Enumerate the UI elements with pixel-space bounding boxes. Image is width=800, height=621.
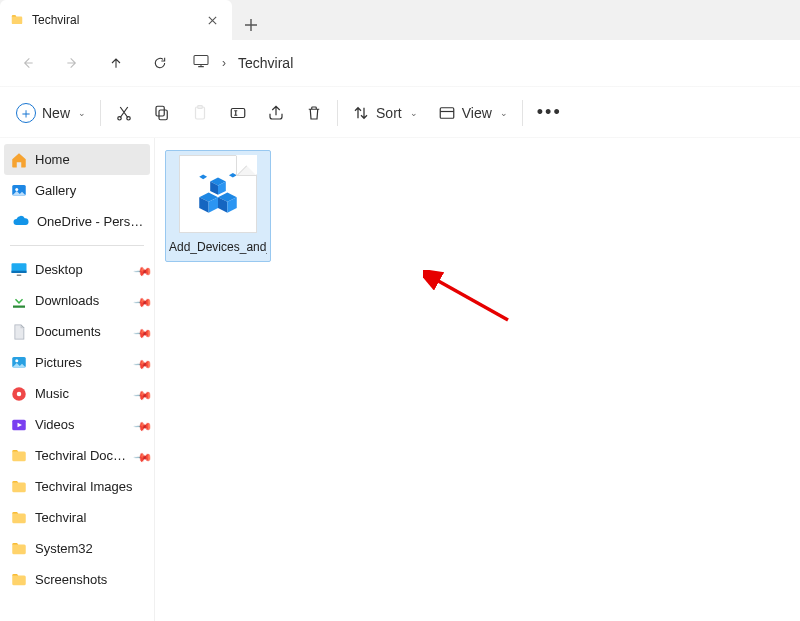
chevron-down-icon: ⌄ <box>410 108 418 118</box>
music-icon <box>10 385 28 403</box>
copy-button[interactable] <box>143 95 181 131</box>
sidebar-item-label: Screenshots <box>35 572 148 587</box>
sort-button[interactable]: Sort ⌄ <box>342 95 428 131</box>
sidebar-item-techviral-images[interactable]: Techviral Images <box>0 471 154 502</box>
svg-point-10 <box>15 188 18 191</box>
breadcrumb-location[interactable]: Techviral <box>238 55 293 71</box>
svg-rect-0 <box>194 55 208 64</box>
sidebar-item-label: Home <box>35 152 144 167</box>
divider <box>10 245 144 246</box>
documents-icon <box>10 323 28 341</box>
svg-rect-4 <box>156 106 164 116</box>
file-item[interactable]: Add_Devices_and_Printers_to_top_of_navig… <box>165 150 271 262</box>
desktop-icon <box>10 261 28 279</box>
sidebar-item-screenshots[interactable]: Screenshots <box>0 564 154 595</box>
svg-line-30 <box>433 278 508 320</box>
pin-icon: 📌 <box>133 446 151 464</box>
sidebar-item-videos[interactable]: Videos📌 <box>0 409 154 440</box>
sidebar-item-label: System32 <box>35 541 148 556</box>
svg-rect-12 <box>12 270 27 272</box>
plus-circle-icon: ＋ <box>16 103 36 123</box>
new-button[interactable]: ＋ New ⌄ <box>6 95 96 131</box>
navigation-pane: HomeGalleryOneDrive - Persona Desktop📌Do… <box>0 138 155 621</box>
address-bar[interactable]: › Techviral <box>182 54 293 71</box>
rename-button[interactable] <box>219 95 257 131</box>
sidebar-item-gallery[interactable]: Gallery <box>0 175 154 206</box>
pin-icon: 📌 <box>133 291 151 309</box>
sidebar-item-onedrive-persona[interactable]: OneDrive - Persona <box>0 206 154 237</box>
pin-icon: 📌 <box>133 260 151 278</box>
pin-icon: 📌 <box>133 322 151 340</box>
svg-rect-7 <box>231 108 245 117</box>
tab-title: Techviral <box>32 13 194 27</box>
chevron-down-icon: ⌄ <box>78 108 86 118</box>
sidebar-item-label: Techviral <box>35 510 148 525</box>
pin-icon: 📌 <box>133 415 151 433</box>
gallery-icon <box>10 182 28 200</box>
main-area: HomeGalleryOneDrive - Persona Desktop📌Do… <box>0 138 800 621</box>
share-button[interactable] <box>257 95 295 131</box>
back-button[interactable] <box>6 43 50 83</box>
sort-button-label: Sort <box>376 105 402 121</box>
new-tab-button[interactable] <box>236 10 266 40</box>
sidebar-item-desktop[interactable]: Desktop📌 <box>0 254 154 285</box>
sidebar-item-label: Documents <box>35 324 129 339</box>
sidebar-item-label: OneDrive - Persona <box>37 214 148 229</box>
sidebar-item-label: Gallery <box>35 183 148 198</box>
sidebar-item-label: Desktop <box>35 262 129 277</box>
paste-button[interactable] <box>181 95 219 131</box>
delete-button[interactable] <box>295 95 333 131</box>
svg-rect-3 <box>159 110 167 120</box>
view-button-label: View <box>462 105 492 121</box>
sidebar-item-label: Videos <box>35 417 129 432</box>
videos-icon <box>10 416 28 434</box>
refresh-button[interactable] <box>138 43 182 83</box>
cut-button[interactable] <box>105 95 143 131</box>
up-button[interactable] <box>94 43 138 83</box>
sidebar-item-techviral-docum[interactable]: Techviral Docum📌 <box>0 440 154 471</box>
sidebar-item-music[interactable]: Music📌 <box>0 378 154 409</box>
svg-marker-29 <box>229 173 237 178</box>
more-button[interactable]: ••• <box>527 95 572 131</box>
sidebar-item-system32[interactable]: System32 <box>0 533 154 564</box>
tab-strip: Techviral <box>0 0 800 40</box>
pin-icon: 📌 <box>133 353 151 371</box>
sidebar-item-label: Techviral Images <box>35 479 148 494</box>
folder-icon <box>10 478 28 496</box>
home-icon <box>10 151 28 169</box>
sidebar-item-label: Music <box>35 386 129 401</box>
folder-icon <box>10 540 28 558</box>
tab-active[interactable]: Techviral <box>0 0 232 40</box>
this-pc-icon <box>192 54 210 71</box>
onedrive-icon <box>12 213 30 231</box>
separator <box>100 100 101 126</box>
sidebar-item-documents[interactable]: Documents📌 <box>0 316 154 347</box>
new-button-label: New <box>42 105 70 121</box>
chevron-right-icon: › <box>220 56 228 70</box>
svg-point-15 <box>15 359 18 362</box>
svg-point-2 <box>127 116 130 119</box>
pictures-icon <box>10 354 28 372</box>
file-name: Add_Devices_and_Printers_to_top_of_navig… <box>169 239 267 255</box>
sidebar-item-techviral[interactable]: Techviral <box>0 502 154 533</box>
sidebar-item-label: Downloads <box>35 293 129 308</box>
folder-icon <box>10 509 28 527</box>
folder-icon <box>10 13 24 27</box>
annotation-arrow <box>423 270 523 330</box>
view-button[interactable]: View ⌄ <box>428 95 518 131</box>
folder-icon <box>10 447 28 465</box>
sidebar-item-pictures[interactable]: Pictures📌 <box>0 347 154 378</box>
chevron-down-icon: ⌄ <box>500 108 508 118</box>
file-list[interactable]: Add_Devices_and_Printers_to_top_of_navig… <box>155 138 800 621</box>
svg-rect-8 <box>440 107 454 118</box>
svg-point-17 <box>17 391 22 396</box>
sidebar-item-home[interactable]: Home <box>4 144 150 175</box>
forward-button[interactable] <box>50 43 94 83</box>
downloads-icon <box>10 292 28 310</box>
sidebar-item-downloads[interactable]: Downloads📌 <box>0 285 154 316</box>
tab-close-button[interactable] <box>202 10 222 30</box>
ellipsis-icon: ••• <box>537 102 562 123</box>
registry-icon <box>193 169 243 219</box>
svg-rect-13 <box>13 305 25 307</box>
file-thumbnail <box>179 155 257 233</box>
